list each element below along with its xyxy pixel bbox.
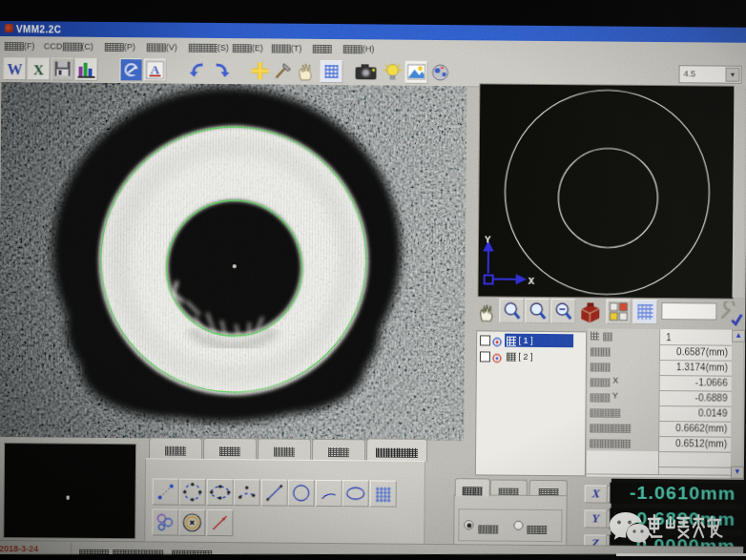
svg-text:X: X (528, 276, 535, 287)
svg-text:W: W (7, 61, 22, 77)
svg-text:Y: Y (485, 234, 491, 245)
svg-text:X: X (33, 62, 44, 77)
svg-text:A: A (151, 62, 160, 76)
